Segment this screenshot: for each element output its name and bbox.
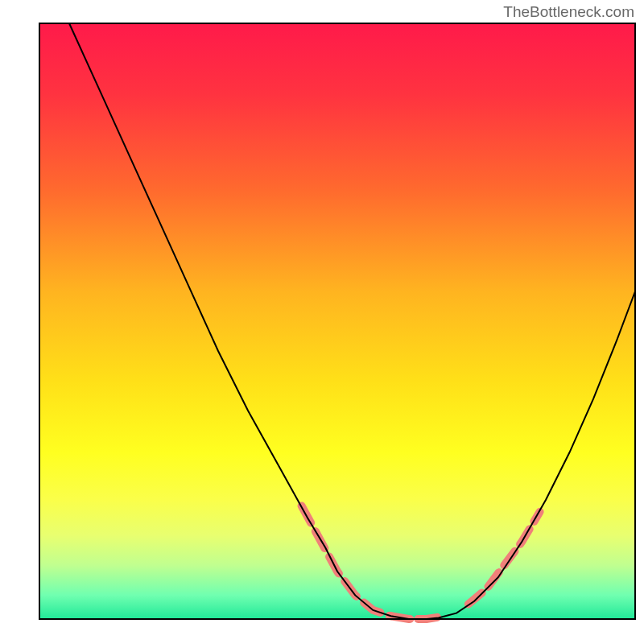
plot-background bbox=[39, 23, 635, 619]
chart-svg bbox=[0, 0, 644, 644]
chart-container: TheBottleneck.com bbox=[0, 0, 644, 644]
watermark-text: TheBottleneck.com bbox=[503, 3, 634, 21]
